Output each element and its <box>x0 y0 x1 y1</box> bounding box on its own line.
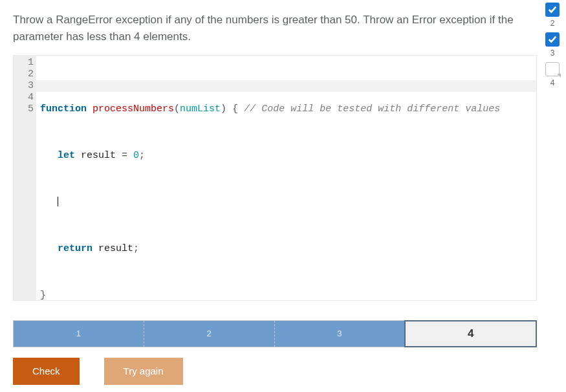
gutter: 1 2 3 4 5 <box>14 56 36 300</box>
code-line: let result = 0; <box>40 150 536 162</box>
progress-3-done[interactable] <box>545 32 560 47</box>
code-line: function processNumbers(numList) { // Co… <box>40 103 536 115</box>
check-icon <box>548 5 557 14</box>
step-1[interactable]: 1 <box>14 321 144 347</box>
check-icon <box>548 35 557 44</box>
line-number: 4 <box>14 92 34 103</box>
line-number: 3 <box>14 80 34 92</box>
code-editor[interactable]: 1 2 3 4 5 function processNumbers(numLis… <box>13 55 537 301</box>
line-number: 1 <box>14 57 34 69</box>
line-number: 5 <box>14 103 34 115</box>
text-cursor <box>58 197 58 206</box>
active-line-highlight <box>36 80 536 92</box>
code-line: } <box>40 290 536 301</box>
progress-label-4: 4 <box>550 78 555 87</box>
try-again-button[interactable]: Try again <box>104 358 183 385</box>
button-row: Check Try again <box>13 358 537 385</box>
line-number: 2 <box>14 69 34 80</box>
progress-2-done[interactable] <box>545 3 560 17</box>
step-2[interactable]: 2 <box>144 321 275 347</box>
check-button[interactable]: Check <box>13 358 80 385</box>
progress-label-3: 3 <box>550 49 555 58</box>
instructions-text: Throw a RangeError exception if any of t… <box>13 12 537 46</box>
code-body[interactable]: function processNumbers(numList) { // Co… <box>36 56 536 300</box>
code-line <box>40 197 536 208</box>
progress-label-2: 2 <box>550 19 555 28</box>
progress-4-empty[interactable] <box>545 62 560 76</box>
step-3[interactable]: 3 <box>275 321 406 347</box>
code-line: return result; <box>40 243 536 255</box>
step-4[interactable]: 4 <box>404 320 537 347</box>
step-row: 1 2 3 4 <box>13 320 537 347</box>
progress-sidebar: 2 3 4 <box>543 3 562 90</box>
